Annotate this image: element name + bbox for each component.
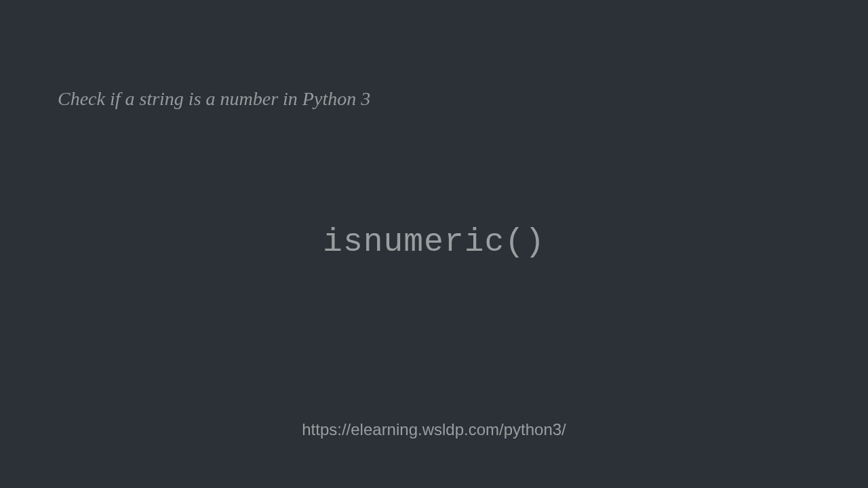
slide-main-code: isnumeric() bbox=[323, 224, 545, 260]
slide-footer-url: https://elearning.wsldp.com/python3/ bbox=[302, 420, 566, 439]
slide-title: Check if a string is a number in Python … bbox=[58, 88, 370, 110]
